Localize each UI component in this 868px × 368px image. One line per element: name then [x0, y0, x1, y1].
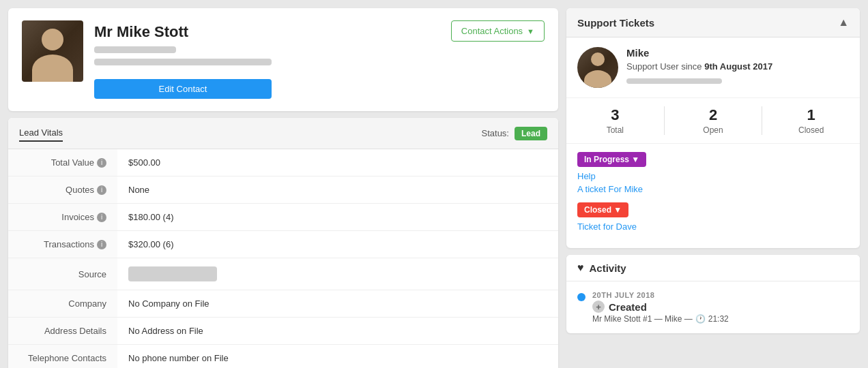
right-panel: Support Tickets ▲ Mike Support User sinc… [566, 8, 860, 368]
edit-contact-button[interactable]: Edit Contact [94, 79, 272, 99]
vitals-label: Total Valuei [8, 149, 117, 176]
activity-header-title: Activity [590, 262, 626, 274]
support-tickets-card: Support Tickets ▲ Mike Support User sinc… [566, 8, 860, 248]
activity-dot [577, 293, 585, 301]
activity-entry: 20TH JULY 2018 + Created Mr Mike Stott #… [577, 291, 849, 324]
activity-section-header: ♥ Activity [566, 255, 860, 281]
contact-avatar [22, 20, 83, 82]
vitals-label: Telephone Contacts [8, 345, 117, 368]
vitals-value [117, 258, 558, 290]
vitals-row: QuotesiNone [8, 177, 558, 204]
ticket-status-button[interactable]: Closed ▼ [577, 202, 628, 217]
vitals-row: Source [8, 258, 558, 290]
ticket-status-button[interactable]: In Progress ▼ [577, 152, 646, 167]
status-section: Status: Lead [482, 127, 547, 140]
vitals-value: No Address on File [117, 318, 558, 344]
contact-card: Mr Mike Stott Edit Contact Contact Actio… [8, 8, 558, 111]
vitals-row: Telephone ContactsNo phone number on Fil… [8, 345, 558, 368]
activity-action: + Created [592, 301, 849, 313]
support-user-name: Mike [626, 47, 772, 59]
vitals-value: No phone number on File [117, 345, 558, 368]
stat-number: 2 [665, 106, 762, 124]
info-icon[interactable]: i [97, 185, 106, 195]
tickets-list: In Progress ▼HelpA ticket For MikeClosed… [566, 144, 860, 248]
ticket-link[interactable]: A ticket For Mike [577, 183, 849, 196]
support-stats: 3Total2Open1Closed [566, 98, 860, 144]
vitals-value: $320.00 (6) [117, 231, 558, 258]
support-tickets-header: Support Tickets ▲ [566, 8, 860, 37]
stat-label: Closed [762, 125, 860, 135]
vitals-label: Source [8, 258, 117, 290]
stat-number: 1 [762, 106, 860, 124]
contact-info: Mr Mike Stott Edit Contact [94, 20, 272, 99]
vitals-value: $500.00 [117, 149, 558, 176]
lead-vitals-tab[interactable]: Lead Vitals [19, 125, 63, 142]
activity-time: 21:32 [708, 314, 729, 324]
ticket-link[interactable]: Ticket for Dave [577, 220, 849, 233]
contact-card-left: Mr Mike Stott Edit Contact [22, 20, 272, 99]
vitals-row: Transactionsi$320.00 (6) [8, 231, 558, 258]
activity-content: 20TH JULY 2018 + Created Mr Mike Stott #… [566, 281, 860, 333]
source-skeleton [128, 266, 217, 281]
ticket-link[interactable]: Help [577, 170, 849, 183]
vitals-value: None [117, 177, 558, 203]
vitals-label: Transactionsi [8, 231, 117, 258]
vitals-label: Quotesi [8, 177, 117, 203]
activity-heartbeat-icon: ♥ [577, 262, 584, 274]
contact-actions-arrow-icon: ▼ [527, 27, 534, 35]
activity-description: Mr Mike Stott #1 — Mike — 🕐 21:32 [592, 314, 849, 324]
vitals-table: Total Valuei$500.00QuotesiNoneInvoicesi$… [8, 149, 558, 368]
stat-label: Open [665, 125, 762, 135]
vitals-row: Invoicesi$180.00 (4) [8, 204, 558, 231]
info-icon[interactable]: i [97, 158, 106, 168]
support-user-section: Mike Support User since 9th August 2017 [566, 37, 860, 98]
left-panel: Mr Mike Stott Edit Contact Contact Actio… [8, 8, 558, 368]
stat-item: 2Open [665, 106, 762, 135]
vitals-value: $180.00 (4) [117, 204, 558, 230]
since-date: 9th August 2017 [704, 61, 772, 72]
activity-section: ♥ Activity 20TH JULY 2018 + Created Mr M… [566, 255, 860, 333]
since-prefix: Support User since [626, 61, 702, 72]
activity-action-label: Created [609, 301, 647, 313]
activity-plus-icon: + [592, 301, 605, 313]
info-icon[interactable]: i [97, 240, 106, 249]
support-skeleton [626, 78, 722, 84]
vitals-row: Total Valuei$500.00 [8, 149, 558, 177]
activity-date: 20TH JULY 2018 [592, 291, 849, 299]
activity-clock-icon: 🕐 [695, 314, 706, 324]
support-since-text: Support User since 9th August 2017 [626, 61, 772, 72]
contact-actions-label: Contact Actions [461, 26, 523, 36]
ticket-item: Closed ▼Ticket for Dave [577, 202, 849, 233]
contact-actions-button[interactable]: Contact Actions ▼ [451, 20, 545, 42]
contact-actions-area: Contact Actions ▼ [451, 20, 545, 42]
stat-label: Total [566, 125, 664, 135]
support-user-info: Mike Support User since 9th August 2017 [626, 47, 772, 84]
activity-desc-text: Mr Mike Stott #1 — Mike — [592, 314, 693, 324]
vitals-row: Address DetailsNo Address on File [8, 318, 558, 345]
lead-vitals-header: Lead Vitals Status: Lead [8, 118, 558, 149]
stat-item: 3Total [566, 106, 664, 135]
stat-item: 1Closed [762, 106, 860, 135]
contact-name: Mr Mike Stott [94, 23, 272, 41]
vitals-label: Invoicesi [8, 204, 117, 230]
ticket-item: In Progress ▼HelpA ticket For Mike [577, 152, 849, 196]
activity-body: 20TH JULY 2018 + Created Mr Mike Stott #… [592, 291, 849, 324]
status-label: Status: [482, 128, 509, 138]
contact-skeleton-1 [94, 46, 176, 53]
vitals-label: Company [8, 290, 117, 317]
info-icon[interactable]: i [97, 213, 106, 222]
stat-number: 3 [566, 106, 664, 124]
lead-status-badge: Lead [515, 127, 547, 140]
vitals-value: No Company on File [117, 290, 558, 317]
vitals-label: Address Details [8, 318, 117, 344]
support-avatar [577, 47, 618, 88]
support-tickets-collapse-icon[interactable]: ▲ [838, 16, 849, 29]
lead-vitals-card: Lead Vitals Status: Lead Total Valuei$50… [8, 118, 558, 368]
vitals-row: CompanyNo Company on File [8, 290, 558, 318]
contact-skeleton-2 [94, 59, 272, 65]
support-tickets-title: Support Tickets [577, 17, 654, 29]
